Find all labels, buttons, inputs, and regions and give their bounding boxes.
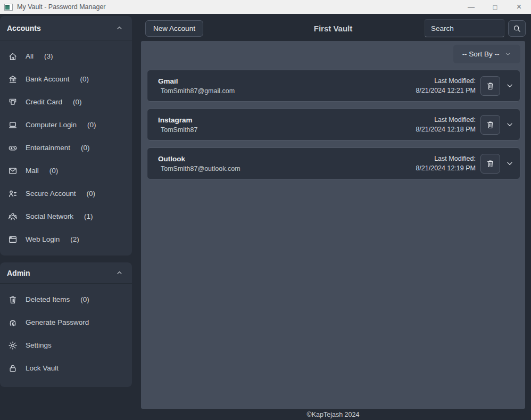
close-button[interactable]: ×	[507, 0, 531, 14]
account-list: Gmail TomSmith87@gmail.com Last Modified…	[147, 70, 520, 179]
last-modified-label: Last Modified:	[416, 116, 476, 123]
search-button[interactable]	[508, 20, 526, 37]
trash-icon	[486, 81, 495, 90]
chevron-up-icon	[115, 269, 123, 277]
sidebar-item-count: (0)	[87, 190, 96, 197]
minimize-button[interactable]: —	[459, 0, 483, 14]
sidebar-item-count: (2)	[70, 235, 79, 243]
sidebar-item-count: (0)	[80, 75, 89, 83]
sidebar-item-label: Mail	[26, 167, 39, 175]
trash-icon	[486, 159, 495, 168]
sidebar-item-count: (3)	[44, 52, 53, 60]
sidebar-item-label: Secure Account	[26, 190, 76, 197]
sidebar-item-label: Generate Password	[26, 318, 89, 326]
sidebar-item-settings[interactable]: Settings	[0, 334, 132, 357]
window-controls: — □ ×	[459, 0, 531, 14]
sidebar-item-label: Social Network	[26, 212, 73, 220]
account-username: TomSmith87	[158, 126, 197, 134]
credit-card-icon	[8, 97, 18, 107]
sidebar-item-count: (0)	[80, 295, 89, 303]
expand-account-chevron-icon[interactable]	[505, 159, 515, 168]
home-icon	[8, 52, 18, 61]
sidebar-item-label: Deleted Items	[26, 295, 70, 303]
sidebar-item-label: Settings	[26, 341, 52, 349]
account-name: Gmail	[158, 77, 235, 85]
account-card-instagram[interactable]: Instagram TomSmith87 Last Modified: 8/21…	[147, 109, 520, 141]
sidebar-item-count: (0)	[81, 144, 90, 152]
gamepad-icon	[8, 143, 18, 153]
last-modified-label: Last Modified:	[416, 77, 476, 85]
last-modified-label: Last Modified:	[416, 155, 476, 162]
chevron-down-icon	[504, 51, 511, 57]
admin-list: Deleted Items (0) Generate Password Sett…	[0, 284, 132, 380]
computer-icon	[8, 120, 18, 130]
sidebar-item-label: Lock Vault	[26, 364, 59, 372]
account-info: Instagram TomSmith87	[158, 116, 197, 134]
sidebar-item-computer-login[interactable]: Computer Login (0)	[0, 113, 132, 136]
expand-account-chevron-icon[interactable]	[505, 120, 515, 129]
social-network-icon	[8, 212, 18, 221]
sidebar-item-label: Credit Card	[26, 98, 62, 106]
last-modified-date: 8/21/2024 12:19 PM	[416, 164, 476, 172]
web-login-icon	[8, 235, 18, 244]
sidebar-item-label: Bank Account	[26, 75, 70, 83]
sidebar-item-social-network[interactable]: Social Network (1)	[0, 205, 132, 228]
last-modified: Last Modified: 8/21/2024 12:21 PM	[416, 77, 476, 94]
account-username: TomSmith87@outlook.com	[158, 165, 240, 172]
account-name: Outlook	[158, 155, 240, 163]
sidebar-item-generate-password[interactable]: Generate Password	[0, 311, 132, 334]
account-info: Outlook TomSmith87@outlook.com	[158, 155, 240, 172]
titlebar: My Vault - Password Manager — □ ×	[0, 0, 531, 14]
sidebar-item-deleted-items[interactable]: Deleted Items (0)	[0, 288, 132, 311]
sidebar-item-secure-account[interactable]: Secure Account (0)	[0, 182, 132, 205]
sidebar-item-mail[interactable]: Mail (0)	[0, 159, 132, 182]
sidebar-item-entertainment[interactable]: Entertainment (0)	[0, 136, 132, 159]
lock-icon	[8, 364, 18, 373]
account-actions: Last Modified: 8/21/2024 12:19 PM	[416, 154, 515, 174]
window-title: My Vault - Password Manager	[17, 3, 106, 11]
last-modified: Last Modified: 8/21/2024 12:18 PM	[416, 116, 476, 133]
sidebar-item-label: Computer Login	[26, 121, 77, 129]
last-modified-date: 8/21/2024 12:21 PM	[416, 87, 476, 94]
trash-icon	[486, 120, 495, 129]
sort-by-label: -- Sort By --	[462, 50, 500, 58]
delete-account-button[interactable]	[480, 154, 500, 174]
copyright-text: ©KapTejash 2024	[141, 409, 525, 420]
accounts-list: All (3) Bank Account (0) Credit Card (0)…	[0, 40, 132, 251]
accounts-panel: Accounts All (3) Bank Account (0) Credit…	[0, 16, 132, 256]
sidebar-item-lock-vault[interactable]: Lock Vault	[0, 357, 132, 380]
gear-icon	[8, 341, 18, 350]
search-input[interactable]	[425, 19, 504, 37]
bank-icon	[8, 75, 18, 84]
expand-account-chevron-icon[interactable]	[505, 81, 515, 90]
app-icon	[4, 4, 13, 11]
vault-content-panel: -- Sort By -- Gmail TomSmith87@gmail.com…	[141, 41, 525, 409]
admin-header[interactable]: Admin	[0, 262, 132, 284]
account-card-gmail[interactable]: Gmail TomSmith87@gmail.com Last Modified…	[147, 70, 520, 102]
sidebar-item-count: (0)	[73, 98, 82, 106]
secure-account-icon	[8, 189, 18, 199]
maximize-button[interactable]: □	[483, 0, 507, 14]
sidebar-item-count: (1)	[84, 212, 93, 220]
delete-account-button[interactable]	[480, 115, 500, 135]
sidebar-item-count: (0)	[87, 121, 96, 129]
sidebar-item-all[interactable]: All (3)	[0, 45, 132, 68]
sort-by-dropdown[interactable]: -- Sort By --	[453, 45, 520, 63]
account-actions: Last Modified: 8/21/2024 12:18 PM	[416, 115, 515, 135]
account-username: TomSmith87@gmail.com	[158, 87, 235, 95]
sidebar-item-bank-account[interactable]: Bank Account (0)	[0, 68, 132, 90]
admin-header-label: Admin	[7, 269, 30, 277]
delete-account-button[interactable]	[480, 76, 500, 96]
sidebar-item-web-login[interactable]: Web Login (2)	[0, 228, 132, 251]
sidebar-item-credit-card[interactable]: Credit Card (0)	[0, 90, 132, 113]
search-icon	[512, 24, 521, 33]
account-card-outlook[interactable]: Outlook TomSmith87@outlook.com Last Modi…	[147, 147, 520, 179]
sidebar-item-label: Entertainment	[26, 144, 70, 152]
accounts-header[interactable]: Accounts	[0, 16, 132, 40]
admin-panel: Admin Deleted Items (0) Generate Passwor…	[0, 262, 132, 387]
sidebar-item-count: (0)	[49, 167, 59, 175]
accounts-header-label: Accounts	[7, 24, 41, 32]
sidebar-item-label: Web Login	[26, 235, 60, 243]
last-modified: Last Modified: 8/21/2024 12:19 PM	[416, 155, 476, 172]
account-actions: Last Modified: 8/21/2024 12:21 PM	[416, 76, 515, 96]
